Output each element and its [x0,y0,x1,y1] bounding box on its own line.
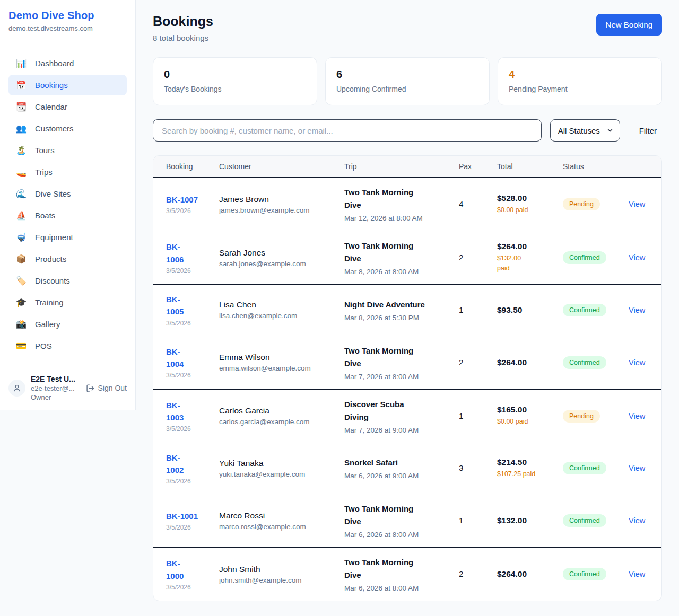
customer-name: Emma Wilson [219,353,332,362]
table-row: BK-1007 3/5/2026 James Brown james.brown… [153,178,662,231]
booking-id-link[interactable]: BK-1001 [166,510,198,522]
sidebar-item-training[interactable]: 🎓 Training [8,292,127,313]
trip-name: Two Tank Morning Dive [344,556,446,582]
status-select[interactable]: All Statuses [550,119,620,142]
booking-id-link[interactable]: BK- 1002 [166,452,184,477]
table-row: BK- 1000 3/5/2026 John Smith john.smith@… [153,548,662,601]
sign-out-button[interactable]: Sign Out [86,384,127,393]
col-status: Status [556,156,622,178]
booking-id-link[interactable]: BK- 1000 [166,557,184,582]
customers-icon: 👥 [16,124,27,134]
view-link[interactable]: View [629,412,645,420]
sidebar-item-calendar[interactable]: 📆 Calendar [8,96,127,117]
customer-email: lisa.chen@example.com [219,312,332,320]
customer-email: yuki.tanaka@example.com [219,470,332,478]
stat-card-upcoming-confirmed: 6 Upcoming Confirmed [325,57,490,105]
tours-icon: 🏝️ [16,145,27,155]
col-trip: Trip [338,156,452,178]
booking-id-link[interactable]: BK-1007 [166,193,198,206]
pending-payment-value: 4 [509,68,651,81]
bookings-icon: 📅 [16,80,27,90]
total-amount: $264.00 [497,358,550,367]
sidebar-item-gallery[interactable]: 📸 Gallery [8,314,127,335]
gallery-icon: 📸 [16,319,27,329]
sidebar-user-section: E2E Test U... e2e-tester@... Owner Sign … [0,367,135,410]
status-badge: Confirmed [563,514,606,527]
user-name: E2E Test U... [31,375,81,383]
sidebar-item-boats[interactable]: ⛵ Boats [8,205,127,226]
booking-id-link[interactable]: BK- 1003 [166,399,184,424]
user-email: e2e-tester@... [31,384,81,392]
trip-name: Two Tank Morning Dive [344,503,446,528]
sidebar-item-tours[interactable]: 🏝️ Tours [8,140,127,161]
paid-amount: $0.00 paid [497,205,550,215]
booking-id-link[interactable]: BK- 1004 [166,346,184,371]
sidebar-item-customers[interactable]: 👥 Customers [8,118,127,139]
boats-icon: ⛵ [16,210,27,221]
filters-row: All Statuses Filter [153,119,662,142]
dive-sites-icon: 🌊 [16,189,27,199]
view-link[interactable]: View [629,358,645,367]
view-link[interactable]: View [629,200,645,208]
view-link[interactable]: View [629,253,645,262]
view-link[interactable]: View [629,306,645,314]
view-link[interactable]: View [629,516,645,525]
customer-email: james.brown@example.com [219,206,332,214]
bookings-table-card: Booking Customer Trip Pax Total Status B… [153,155,662,601]
customer-name: Marco Rossi [219,511,332,521]
trip-name: Two Tank Morning Dive [344,240,446,265]
customer-email: sarah.jones@example.com [219,260,332,268]
table-row: BK- 1003 3/5/2026 Carlos Garcia carlos.g… [153,389,662,443]
col-total: Total [491,156,556,178]
booking-date: 3/5/2026 [166,584,206,591]
customer-name: Sarah Jones [219,248,332,258]
sidebar-item-equipment[interactable]: 🤿 Equipment [8,227,127,248]
table-header-row: Booking Customer Trip Pax Total Status [153,156,662,178]
todays-bookings-label: Today's Bookings [164,85,306,93]
table-body: BK-1007 3/5/2026 James Brown james.brown… [153,178,662,601]
trip-datetime: Mar 6, 2026 at 8:00 AM [344,584,446,592]
search-input[interactable] [153,119,542,142]
trip-datetime: Mar 7, 2026 at 8:00 AM [344,373,446,381]
sidebar-item-dive-sites[interactable]: 🌊 Dive Sites [8,183,127,204]
sidebar-item-products[interactable]: 📦 Products [8,249,127,269]
user-info: E2E Test U... e2e-tester@... Owner [31,375,81,401]
view-link[interactable]: View [629,464,645,472]
trip-datetime: Mar 8, 2026 at 5:30 PM [344,314,446,322]
filter-button[interactable]: Filter [634,126,662,135]
customer-email: john.smith@example.com [219,576,332,584]
trip-name: Discover Scuba Diving [344,398,446,424]
sidebar-item-pos[interactable]: 💳 POS [8,336,127,356]
page-title: Bookings [153,14,213,29]
pax-count: 1 [459,305,463,314]
new-booking-button[interactable]: New Booking [596,14,662,36]
booking-date: 3/5/2026 [166,207,206,215]
todays-bookings-value: 0 [164,68,306,81]
view-link[interactable]: View [629,570,645,578]
status-badge: Confirmed [563,251,606,264]
sidebar: Demo Dive Shop demo.test.divestreams.com… [0,0,136,410]
pax-count: 2 [459,253,463,262]
calendar-icon: 📆 [16,102,27,112]
customer-email: carlos.garcia@example.com [219,418,332,426]
sidebar-item-trips[interactable]: 🚤 Trips [8,162,127,182]
trip-datetime: Mar 6, 2026 at 8:00 AM [344,531,446,539]
sidebar-item-bookings[interactable]: 📅 Bookings [8,75,127,95]
status-select-wrap: All Statuses [550,119,620,142]
discounts-icon: 🏷️ [16,276,27,286]
dashboard-icon: 📊 [16,58,27,68]
products-icon: 📦 [16,254,27,264]
total-amount: $264.00 [497,569,550,579]
paid-amount: $132.00 paid [497,253,550,274]
sidebar-item-discounts[interactable]: 🏷️ Discounts [8,270,127,291]
sidebar-item-dashboard[interactable]: 📊 Dashboard [8,53,127,74]
trip-name: Night Dive Adventure [344,298,446,311]
booking-id-link[interactable]: BK- 1006 [166,241,184,266]
booking-id-link[interactable]: BK- 1005 [166,293,184,318]
customer-name: Lisa Chen [219,300,332,310]
table-row: BK- 1005 3/5/2026 Lisa Chen lisa.chen@ex… [153,285,662,336]
equipment-icon: 🤿 [16,232,27,242]
col-actions [622,156,662,178]
status-badge: Confirmed [563,462,606,474]
pending-payment-label: Pending Payment [509,85,651,93]
